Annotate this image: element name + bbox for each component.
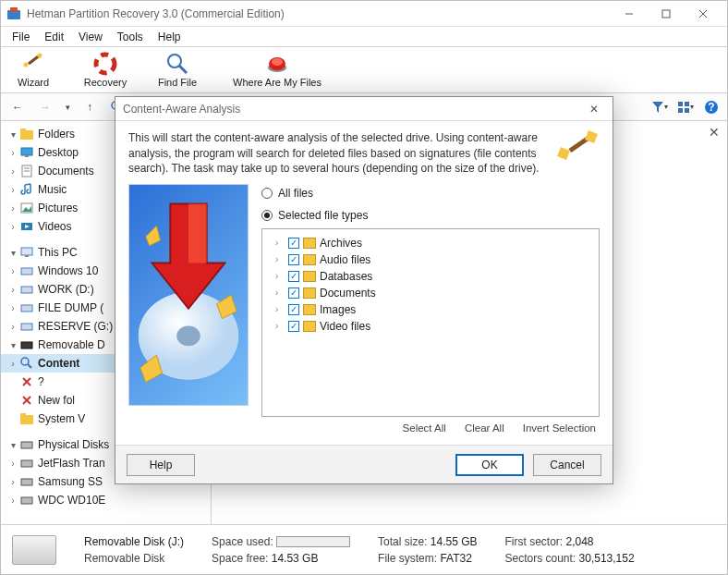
- svg-rect-36: [25, 255, 29, 257]
- type-video[interactable]: ›✓Video files: [268, 318, 593, 335]
- svg-rect-53: [21, 497, 32, 504]
- radio-icon: [261, 188, 273, 199]
- pane-close-icon[interactable]: ✕: [709, 125, 720, 140]
- checkbox-icon[interactable]: ✓: [288, 238, 299, 249]
- menu-view[interactable]: View: [71, 28, 110, 46]
- clear-all-link[interactable]: Clear All: [465, 422, 504, 434]
- type-documents[interactable]: ›✓Documents: [268, 285, 593, 301]
- svg-rect-21: [685, 108, 689, 113]
- status-sectors-label: Sectors count:: [505, 552, 576, 565]
- checkbox-icon[interactable]: ✓: [288, 321, 299, 332]
- up-button[interactable]: ↑: [79, 96, 101, 118]
- main-toolbar: Wizard Recovery Find File Where Are My F…: [1, 47, 727, 93]
- folder-icon: [303, 321, 316, 332]
- svg-rect-39: [21, 305, 32, 312]
- radio-selected-label: Selected file types: [278, 209, 368, 222]
- maximize-button[interactable]: [648, 3, 685, 25]
- status-space-free-label: Space free:: [212, 552, 268, 565]
- menubar: File Edit View Tools Help: [1, 27, 727, 47]
- checkbox-icon[interactable]: ✓: [288, 254, 299, 265]
- filter-icon[interactable]: ▾: [649, 97, 670, 117]
- folder-icon: [303, 304, 316, 315]
- svg-marker-54: [557, 147, 570, 160]
- checkbox-icon[interactable]: ✓: [288, 271, 299, 282]
- forward-button[interactable]: →: [34, 96, 56, 118]
- window-title: Hetman Partition Recovery 3.0 (Commercia…: [27, 7, 611, 20]
- wizard-label: Wizard: [18, 77, 49, 88]
- svg-rect-40: [21, 324, 32, 330]
- svg-marker-6: [23, 62, 29, 67]
- svg-marker-17: [652, 102, 663, 113]
- type-archives[interactable]: ›✓Archives: [268, 235, 593, 251]
- menu-file[interactable]: File: [5, 28, 37, 46]
- svg-rect-3: [662, 10, 670, 18]
- view-options-icon[interactable]: ▾: [675, 97, 696, 117]
- find-file-button[interactable]: Find File: [154, 53, 200, 88]
- svg-rect-19: [685, 102, 689, 106]
- checkbox-icon[interactable]: ✓: [288, 288, 299, 299]
- status-space-used-label: Space used:: [212, 535, 273, 548]
- menu-help[interactable]: Help: [151, 28, 188, 46]
- cancel-button[interactable]: Cancel: [533, 454, 601, 476]
- checkbox-icon[interactable]: ✓: [288, 304, 299, 315]
- minimize-button[interactable]: [611, 3, 648, 25]
- svg-rect-20: [678, 108, 683, 113]
- svg-line-11: [179, 66, 187, 73]
- help-button[interactable]: Help: [127, 454, 195, 476]
- svg-rect-52: [21, 479, 32, 485]
- dialog-title: Content-Aware Analysis: [123, 103, 240, 116]
- status-drive-type: Removable Disk: [84, 552, 184, 565]
- drive-thumb-icon: [12, 535, 56, 565]
- folder-icon: [303, 254, 316, 265]
- svg-point-10: [168, 55, 181, 67]
- status-fs: FAT32: [440, 552, 471, 565]
- svg-rect-41: [21, 342, 32, 349]
- radio-selected-types[interactable]: Selected file types: [261, 206, 600, 225]
- menu-tools[interactable]: Tools: [110, 28, 151, 46]
- help-icon[interactable]: ?: [701, 97, 722, 117]
- ok-button[interactable]: OK: [455, 454, 524, 476]
- where-files-button[interactable]: Where Are My Files: [226, 53, 328, 88]
- folder-icon: [303, 238, 316, 249]
- type-images[interactable]: ›✓Images: [268, 301, 593, 318]
- back-button[interactable]: ←: [6, 96, 29, 118]
- menu-edit[interactable]: Edit: [37, 28, 71, 46]
- svg-marker-62: [146, 226, 161, 246]
- wizard-button[interactable]: Wizard: [10, 53, 56, 88]
- status-sectors: 30,513,152: [579, 552, 635, 565]
- svg-rect-38: [21, 287, 32, 293]
- find-file-label: Find File: [158, 77, 197, 88]
- status-drive-name: Removable Disk (J:): [84, 535, 184, 548]
- wand-icon: [557, 130, 598, 171]
- svg-text:?: ?: [708, 101, 714, 114]
- svg-rect-51: [21, 460, 32, 467]
- invert-selection-link[interactable]: Invert Selection: [523, 422, 596, 434]
- tree-wdc[interactable]: ›WDC WD10E: [1, 491, 211, 509]
- status-total-label: Total size:: [378, 535, 427, 548]
- file-types-box[interactable]: ›✓Archives ›✓Audio files ›✓Databases ›✓D…: [261, 228, 600, 417]
- dialog-description-wrap: This will start the content-aware analys…: [128, 130, 600, 177]
- wand-icon: [22, 53, 44, 75]
- dialog-titlebar: Content-Aware Analysis ✕: [115, 97, 613, 121]
- svg-point-9: [96, 55, 115, 73]
- close-button[interactable]: [685, 3, 722, 25]
- radio-all-files[interactable]: All files: [261, 184, 600, 202]
- space-used-bar: [276, 536, 350, 547]
- window-controls: [611, 3, 722, 25]
- svg-point-42: [21, 358, 29, 365]
- recovery-button[interactable]: Recovery: [82, 53, 128, 88]
- svg-rect-37: [21, 268, 32, 275]
- status-space-free: 14.53 GB: [272, 552, 319, 565]
- select-all-link[interactable]: Select All: [403, 422, 446, 434]
- type-databases[interactable]: ›✓Databases: [268, 268, 593, 285]
- titlebar: Hetman Partition Recovery 3.0 (Commercia…: [1, 1, 727, 27]
- history-dropdown[interactable]: ▾: [62, 96, 73, 118]
- folder-icon: [303, 288, 316, 299]
- dialog-close-icon[interactable]: ✕: [583, 103, 605, 116]
- svg-rect-35: [21, 248, 32, 255]
- type-audio[interactable]: ›✓Audio files: [268, 251, 593, 268]
- svg-rect-25: [20, 128, 26, 132]
- svg-rect-18: [678, 102, 683, 106]
- status-fs-label: File system:: [378, 552, 437, 565]
- magnifier-icon: [166, 53, 188, 75]
